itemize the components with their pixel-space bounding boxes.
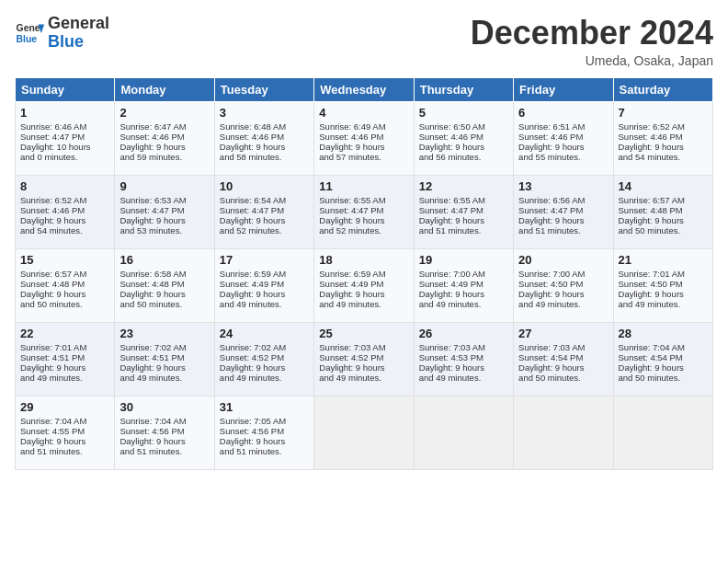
day-info-line: Sunset: 4:49 PM [419, 279, 508, 289]
day-number: 10 [220, 179, 309, 193]
day-info-line: Sunset: 4:53 PM [419, 352, 508, 362]
day-info-line: Daylight: 9 hours [20, 436, 109, 446]
day-info-line: and 58 minutes. [220, 152, 309, 162]
day-info-line: Sunrise: 6:54 AM [220, 195, 309, 205]
day-info-line: Sunrise: 7:03 AM [319, 342, 408, 352]
day-info-line: and 54 minutes. [20, 225, 109, 236]
day-info-line: Sunset: 4:46 PM [20, 205, 109, 215]
calendar-cell: 19Sunrise: 7:00 AMSunset: 4:49 PMDayligh… [414, 248, 513, 322]
calendar-cell: 22Sunrise: 7:01 AMSunset: 4:51 PMDayligh… [16, 322, 115, 396]
day-info-line: Daylight: 9 hours [220, 215, 309, 225]
calendar-cell [613, 396, 712, 469]
calendar-cell: 13Sunrise: 6:56 AMSunset: 4:47 PMDayligh… [514, 175, 613, 248]
calendar-cell: 29Sunrise: 7:04 AMSunset: 4:55 PMDayligh… [16, 396, 115, 469]
day-info-line: Sunset: 4:56 PM [220, 426, 309, 436]
day-info-line: and 49 minutes. [619, 299, 708, 309]
day-info-line: Daylight: 9 hours [518, 215, 608, 225]
day-number: 27 [518, 327, 608, 340]
calendar-header-row: SundayMondayTuesdayWednesdayThursdayFrid… [16, 77, 713, 101]
day-info-line: Sunset: 4:47 PM [20, 132, 109, 142]
column-header-wednesday: Wednesday [314, 77, 414, 101]
day-info-line: Sunrise: 7:04 AM [619, 342, 708, 352]
day-info-line: Sunrise: 6:57 AM [20, 269, 109, 279]
day-info-line: Sunset: 4:54 PM [518, 352, 608, 362]
day-info-line: and 57 minutes. [319, 152, 408, 162]
day-info-line: Sunrise: 7:02 AM [220, 342, 309, 352]
day-info-line: Daylight: 9 hours [319, 142, 408, 152]
day-info-line: Sunset: 4:48 PM [619, 205, 708, 215]
calendar-cell: 26Sunrise: 7:03 AMSunset: 4:53 PMDayligh… [414, 322, 513, 396]
day-info-line: and 50 minutes. [119, 299, 209, 309]
calendar-cell: 3Sunrise: 6:48 AMSunset: 4:46 PMDaylight… [214, 101, 313, 175]
day-info-line: Sunrise: 6:59 AM [319, 269, 408, 279]
day-info-line: Daylight: 9 hours [619, 362, 708, 373]
day-info-line: Daylight: 9 hours [319, 362, 408, 373]
day-number: 17 [220, 253, 309, 267]
calendar-cell: 12Sunrise: 6:55 AMSunset: 4:47 PMDayligh… [414, 175, 513, 248]
day-number: 2 [119, 106, 209, 120]
day-info-line: Sunset: 4:47 PM [419, 205, 508, 215]
day-info-line: and 50 minutes. [20, 299, 109, 309]
day-info-line: Daylight: 9 hours [220, 436, 309, 446]
day-info-line: Daylight: 9 hours [518, 142, 608, 152]
day-number: 22 [20, 327, 109, 340]
calendar-cell: 16Sunrise: 6:58 AMSunset: 4:48 PMDayligh… [115, 248, 214, 322]
day-info-line: and 49 minutes. [518, 299, 608, 309]
day-info-line: Sunset: 4:51 PM [119, 352, 209, 362]
day-info-line: and 50 minutes. [619, 373, 708, 383]
day-info-line: Daylight: 9 hours [518, 289, 608, 299]
week-row-2: 8Sunrise: 6:52 AMSunset: 4:46 PMDaylight… [16, 175, 713, 248]
day-info-line: and 49 minutes. [20, 373, 109, 383]
day-number: 3 [220, 106, 309, 120]
calendar-cell: 1Sunrise: 6:46 AMSunset: 4:47 PMDaylight… [16, 101, 115, 175]
day-info-line: Sunset: 4:54 PM [619, 352, 708, 362]
day-info-line: Sunrise: 7:00 AM [518, 269, 608, 279]
calendar-cell: 17Sunrise: 6:59 AMSunset: 4:49 PMDayligh… [214, 248, 313, 322]
day-info-line: Sunrise: 6:55 AM [419, 195, 508, 205]
day-info-line: and 51 minutes. [20, 446, 109, 456]
calendar-cell: 15Sunrise: 6:57 AMSunset: 4:48 PMDayligh… [16, 248, 115, 322]
day-info-line: and 52 minutes. [319, 225, 408, 236]
calendar-cell: 8Sunrise: 6:52 AMSunset: 4:46 PMDaylight… [16, 175, 115, 248]
logo-text: General Blue [48, 15, 109, 52]
column-header-monday: Monday [115, 77, 214, 101]
day-info-line: Daylight: 9 hours [619, 215, 708, 225]
week-row-5: 29Sunrise: 7:04 AMSunset: 4:55 PMDayligh… [16, 396, 713, 469]
week-row-3: 15Sunrise: 6:57 AMSunset: 4:48 PMDayligh… [16, 248, 713, 322]
calendar-subtitle: Umeda, Osaka, Japan [471, 53, 713, 68]
day-info-line: and 50 minutes. [518, 373, 608, 383]
calendar-cell: 7Sunrise: 6:52 AMSunset: 4:46 PMDaylight… [613, 101, 712, 175]
day-info-line: and 51 minutes. [419, 225, 508, 236]
day-info-line: Sunset: 4:50 PM [518, 279, 608, 289]
day-info-line: Sunset: 4:46 PM [619, 132, 708, 142]
day-number: 24 [220, 327, 309, 340]
day-number: 25 [319, 327, 408, 340]
day-info-line: Daylight: 9 hours [119, 289, 209, 299]
day-info-line: Sunrise: 7:00 AM [419, 269, 508, 279]
day-number: 19 [419, 253, 508, 267]
day-number: 21 [619, 253, 708, 267]
calendar-cell: 6Sunrise: 6:51 AMSunset: 4:46 PMDaylight… [514, 101, 613, 175]
day-info-line: Sunset: 4:47 PM [220, 205, 309, 215]
column-header-saturday: Saturday [613, 77, 712, 101]
day-number: 18 [319, 253, 408, 267]
column-header-thursday: Thursday [414, 77, 513, 101]
calendar-cell [314, 396, 414, 469]
svg-text:Blue: Blue [17, 33, 38, 43]
day-info-line: Daylight: 9 hours [619, 289, 708, 299]
calendar-cell: 31Sunrise: 7:05 AMSunset: 4:56 PMDayligh… [214, 396, 313, 469]
day-info-line: Sunset: 4:46 PM [319, 132, 408, 142]
calendar-cell: 21Sunrise: 7:01 AMSunset: 4:50 PMDayligh… [613, 248, 712, 322]
day-info-line: and 49 minutes. [419, 299, 508, 309]
day-number: 26 [419, 327, 508, 340]
day-info-line: Sunrise: 6:59 AM [220, 269, 309, 279]
day-number: 20 [518, 253, 608, 267]
day-info-line: Sunrise: 7:01 AM [619, 269, 708, 279]
day-info-line: Sunset: 4:52 PM [220, 352, 309, 362]
calendar-cell: 27Sunrise: 7:03 AMSunset: 4:54 PMDayligh… [514, 322, 613, 396]
day-number: 12 [419, 179, 508, 193]
day-info-line: and 54 minutes. [619, 152, 708, 162]
day-info-line: and 49 minutes. [220, 299, 309, 309]
day-info-line: Sunset: 4:49 PM [319, 279, 408, 289]
title-block: December 2024 Umeda, Osaka, Japan [471, 15, 713, 68]
